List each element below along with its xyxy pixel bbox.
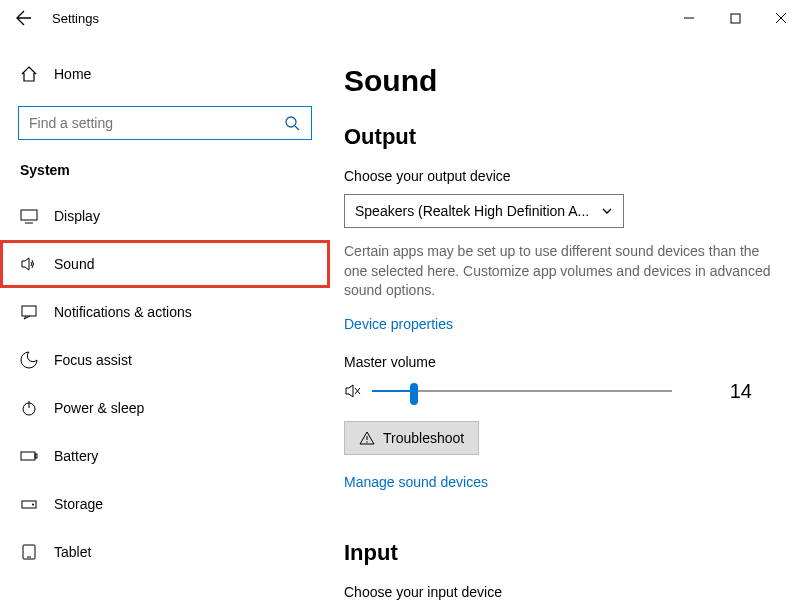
power-icon bbox=[20, 399, 38, 417]
troubleshoot-button[interactable]: Troubleshoot bbox=[344, 421, 479, 455]
home-icon bbox=[20, 65, 38, 83]
sidebar-item-focus-assist[interactable]: Focus assist bbox=[0, 336, 330, 384]
sidebar-item-label: Tablet bbox=[54, 544, 91, 560]
volume-slider[interactable] bbox=[372, 381, 672, 401]
volume-row: 14 bbox=[344, 380, 776, 403]
sidebar-item-tablet[interactable]: Tablet bbox=[0, 528, 330, 576]
battery-icon bbox=[20, 447, 38, 465]
tablet-icon bbox=[20, 543, 38, 561]
minimize-button[interactable] bbox=[666, 0, 712, 36]
input-device-label: Choose your input device bbox=[344, 584, 776, 600]
sidebar-item-battery[interactable]: Battery bbox=[0, 432, 330, 480]
sidebar-item-sound[interactable]: Sound bbox=[0, 240, 330, 288]
close-icon bbox=[775, 12, 787, 24]
sidebar-item-storage[interactable]: Storage bbox=[0, 480, 330, 528]
category-heading: System bbox=[0, 156, 330, 192]
device-properties-link[interactable]: Device properties bbox=[344, 316, 453, 332]
volume-value: 14 bbox=[730, 380, 776, 403]
output-device-value: Speakers (Realtek High Definition A... bbox=[355, 203, 589, 219]
svg-rect-6 bbox=[22, 306, 36, 316]
settings-window: Settings Home System bbox=[0, 0, 804, 608]
speaker-muted-icon[interactable] bbox=[344, 382, 362, 400]
troubleshoot-label: Troubleshoot bbox=[383, 430, 464, 446]
sidebar-item-label: Focus assist bbox=[54, 352, 132, 368]
output-heading: Output bbox=[344, 124, 776, 150]
sidebar-item-label: Display bbox=[54, 208, 100, 224]
home-label: Home bbox=[54, 66, 91, 82]
search-input[interactable] bbox=[29, 115, 283, 131]
content-pane: Sound Output Choose your output device S… bbox=[330, 36, 804, 608]
svg-line-3 bbox=[295, 126, 299, 130]
sidebar-item-power-sleep[interactable]: Power & sleep bbox=[0, 384, 330, 432]
master-volume-label: Master volume bbox=[344, 354, 776, 370]
chevron-down-icon bbox=[601, 205, 613, 217]
storage-icon bbox=[20, 495, 38, 513]
svg-rect-9 bbox=[21, 452, 35, 460]
sidebar-item-label: Notifications & actions bbox=[54, 304, 192, 320]
maximize-button[interactable] bbox=[712, 0, 758, 36]
sidebar-item-label: Sound bbox=[54, 256, 94, 272]
titlebar: Settings bbox=[0, 0, 804, 36]
svg-rect-10 bbox=[35, 454, 37, 458]
svg-point-12 bbox=[32, 504, 34, 506]
sidebar-item-label: Power & sleep bbox=[54, 400, 144, 416]
svg-point-16 bbox=[366, 441, 367, 442]
notifications-icon bbox=[20, 303, 38, 321]
svg-rect-4 bbox=[21, 210, 37, 220]
sound-icon bbox=[20, 255, 38, 273]
display-icon bbox=[20, 207, 38, 225]
output-device-label: Choose your output device bbox=[344, 168, 776, 184]
search-icon bbox=[283, 114, 301, 132]
sidebar-item-label: Battery bbox=[54, 448, 98, 464]
maximize-icon bbox=[730, 13, 741, 24]
close-button[interactable] bbox=[758, 0, 804, 36]
arrow-left-icon bbox=[16, 10, 32, 26]
svg-rect-1 bbox=[731, 14, 740, 23]
sidebar-item-notifications[interactable]: Notifications & actions bbox=[0, 288, 330, 336]
sidebar-item-display[interactable]: Display bbox=[0, 192, 330, 240]
output-section: Output Choose your output device Speaker… bbox=[344, 124, 776, 512]
home-button[interactable]: Home bbox=[0, 54, 330, 94]
page-title: Sound bbox=[344, 64, 776, 98]
search-box[interactable] bbox=[18, 106, 312, 140]
manage-sound-devices-link[interactable]: Manage sound devices bbox=[344, 474, 488, 490]
warning-icon bbox=[359, 430, 375, 446]
minimize-icon bbox=[683, 12, 695, 24]
input-heading: Input bbox=[344, 540, 776, 566]
output-description: Certain apps may be set up to use differ… bbox=[344, 242, 774, 301]
output-device-dropdown[interactable]: Speakers (Realtek High Definition A... bbox=[344, 194, 624, 228]
sidebar: Home System Display Sound Notifications … bbox=[0, 36, 330, 608]
svg-point-2 bbox=[286, 117, 296, 127]
back-button[interactable] bbox=[0, 0, 48, 36]
input-section: Input Choose your input device Microphon… bbox=[344, 540, 776, 608]
sidebar-item-label: Storage bbox=[54, 496, 103, 512]
focus-assist-icon bbox=[20, 351, 38, 369]
window-title: Settings bbox=[48, 11, 99, 26]
